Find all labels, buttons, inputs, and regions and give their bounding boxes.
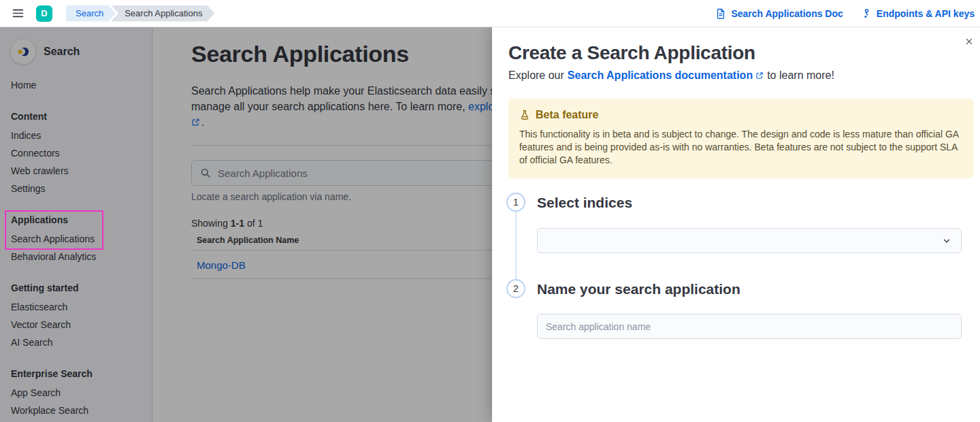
beta-callout-body: This functionality is in beta and is sub… bbox=[519, 128, 963, 167]
flyout-subtitle: Explore our Search Applications document… bbox=[508, 69, 834, 82]
close-icon[interactable] bbox=[960, 33, 978, 50]
external-link-icon bbox=[755, 71, 764, 80]
chevron-down-icon bbox=[942, 236, 951, 246]
breadcrumb: Search Search Applications bbox=[66, 5, 214, 22]
flyout-title: Create a Search Application bbox=[508, 42, 755, 64]
document-icon bbox=[715, 8, 726, 19]
beaker-icon bbox=[519, 110, 530, 120]
beta-feature-callout: Beta feature This functionality is in be… bbox=[508, 99, 974, 178]
link-label: Endpoints & API keys bbox=[877, 8, 975, 19]
beta-callout-title: Beta feature bbox=[536, 109, 598, 121]
search-applications-documentation-link[interactable]: Search Applications documentation bbox=[568, 69, 764, 82]
deployment-badge[interactable]: D bbox=[36, 5, 52, 22]
step-1-number: 1 bbox=[506, 193, 525, 212]
menu-icon[interactable] bbox=[8, 3, 28, 23]
header-actions: Search Applications Doc Endpoints & API … bbox=[715, 8, 976, 19]
breadcrumb-search[interactable]: Search bbox=[66, 5, 116, 22]
create-search-application-flyout: Create a Search Application Explore our … bbox=[492, 27, 980, 422]
link-label: Search Applications Doc bbox=[731, 8, 843, 19]
top-header: D Search Search Applications Search Appl… bbox=[0, 0, 980, 27]
step-2-number: 2 bbox=[506, 279, 525, 298]
search-applications-doc-link[interactable]: Search Applications Doc bbox=[715, 8, 843, 19]
select-indices-combobox[interactable] bbox=[537, 228, 962, 253]
step-1-title: Select indices bbox=[537, 195, 632, 211]
breadcrumb-search-applications: Search Applications bbox=[111, 5, 214, 22]
step-2-title: Name your search application bbox=[537, 281, 740, 297]
endpoint-key-icon bbox=[861, 8, 872, 19]
search-application-name-input[interactable] bbox=[537, 314, 962, 339]
step-connector-line bbox=[515, 212, 517, 279]
endpoints-api-keys-link[interactable]: Endpoints & API keys bbox=[861, 8, 975, 19]
